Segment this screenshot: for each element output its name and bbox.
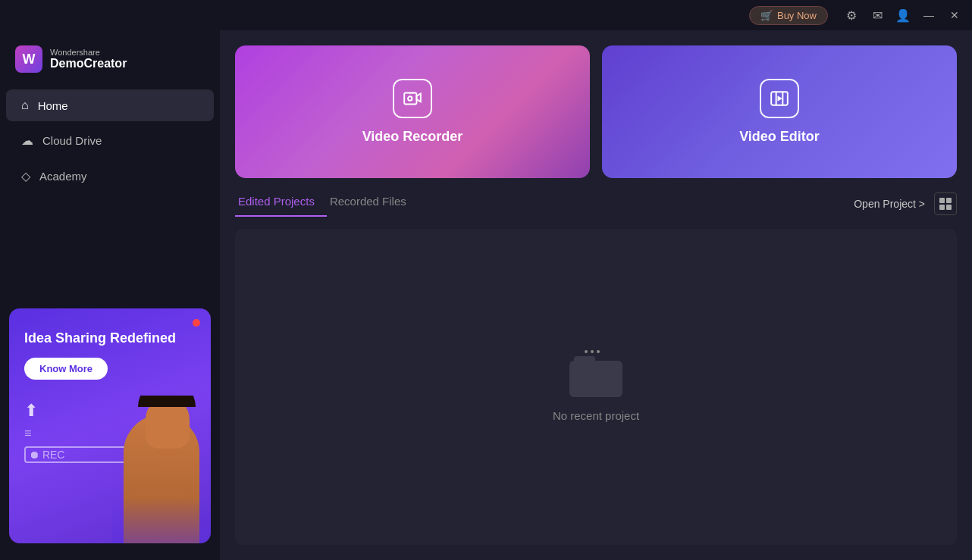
home-label: Home: [38, 99, 68, 112]
video-recorder-card[interactable]: Video Recorder: [235, 45, 590, 178]
close-button[interactable]: ✕: [943, 4, 966, 27]
editor-label: Video Editor: [739, 129, 820, 145]
empty-message: No recent project: [553, 409, 639, 422]
svg-rect-10: [939, 205, 945, 210]
cloud-drive-label: Cloud Drive: [42, 134, 102, 147]
promo-gradient-overlay: [112, 498, 211, 543]
folder-body: [569, 361, 622, 397]
home-icon: ⌂: [21, 99, 29, 112]
minimize-button[interactable]: —: [917, 4, 940, 27]
content-area: Video Recorder Video Editor E: [220, 30, 972, 560]
svg-point-1: [408, 96, 412, 100]
folder-dots: [585, 350, 600, 353]
buy-now-button[interactable]: 🛒 Buy Now: [749, 6, 828, 25]
video-editor-card[interactable]: Video Editor: [602, 45, 957, 178]
mail-icon[interactable]: ✉: [866, 4, 889, 27]
tab-edited-projects[interactable]: Edited Projects: [235, 190, 327, 217]
sidebar-item-academy[interactable]: ◇ Academy: [6, 160, 214, 192]
tabs-header: Edited Projects Recorded Files Open Proj…: [235, 190, 957, 217]
svg-marker-7: [778, 96, 782, 102]
sidebar-item-cloud-drive[interactable]: ☁ Cloud Drive: [6, 124, 214, 157]
academy-label: Academy: [39, 170, 87, 183]
tab-recorded-files[interactable]: Recorded Files: [327, 190, 419, 217]
editor-icon: [760, 79, 799, 118]
brand-name: Wondershare: [50, 48, 127, 57]
person-hair: [138, 396, 196, 407]
tabs-nav: Edited Projects Recorded Files: [235, 190, 419, 217]
logo-text: Wondershare DemoCreator: [50, 48, 127, 70]
product-name: DemoCreator: [50, 57, 127, 70]
promo-title: Idea Sharing Redefined: [24, 330, 196, 347]
recorder-label: Video Recorder: [362, 129, 463, 145]
recorder-icon: [393, 79, 432, 118]
cloud-icon: ☁: [21, 133, 33, 148]
empty-folder-icon: [569, 352, 622, 397]
svg-rect-9: [946, 198, 952, 203]
settings-icon[interactable]: ⚙: [840, 4, 863, 27]
title-bar: 🛒 Buy Now ⚙ ✉ 👤 — ✕: [0, 0, 972, 30]
promo-card[interactable]: Idea Sharing Redefined Know More ⬆ ≡ ⏺ R…: [9, 308, 211, 543]
logo-area: W Wondershare DemoCreator: [0, 38, 220, 88]
dot-3: [597, 350, 600, 353]
dot-2: [591, 350, 594, 353]
svg-rect-8: [939, 198, 945, 203]
empty-state-area: No recent project: [235, 229, 957, 545]
sidebar: W Wondershare DemoCreator ⌂ Home ☁ Cloud…: [0, 30, 220, 560]
hero-cards-container: Video Recorder Video Editor: [235, 45, 957, 178]
svg-rect-0: [404, 92, 416, 104]
promo-content: Idea Sharing Redefined Know More: [9, 308, 211, 395]
academy-icon: ◇: [21, 169, 30, 183]
tabs-actions: Open Project >: [854, 192, 957, 215]
main-layout: W Wondershare DemoCreator ⌂ Home ☁ Cloud…: [0, 30, 972, 560]
buy-now-label: Buy Now: [777, 10, 817, 21]
app-logo: W: [15, 45, 42, 73]
svg-point-2: [409, 92, 411, 94]
open-project-link[interactable]: Open Project >: [854, 198, 925, 210]
dot-1: [585, 350, 588, 353]
know-more-button[interactable]: Know More: [24, 358, 108, 380]
svg-point-3: [412, 92, 413, 94]
grid-view-button[interactable]: [934, 192, 957, 215]
cart-icon: 🛒: [760, 10, 773, 21]
user-icon[interactable]: 👤: [892, 4, 914, 27]
sidebar-item-home[interactable]: ⌂ Home: [6, 89, 214, 121]
promo-person-illustration: [112, 396, 211, 543]
svg-rect-11: [946, 205, 952, 210]
